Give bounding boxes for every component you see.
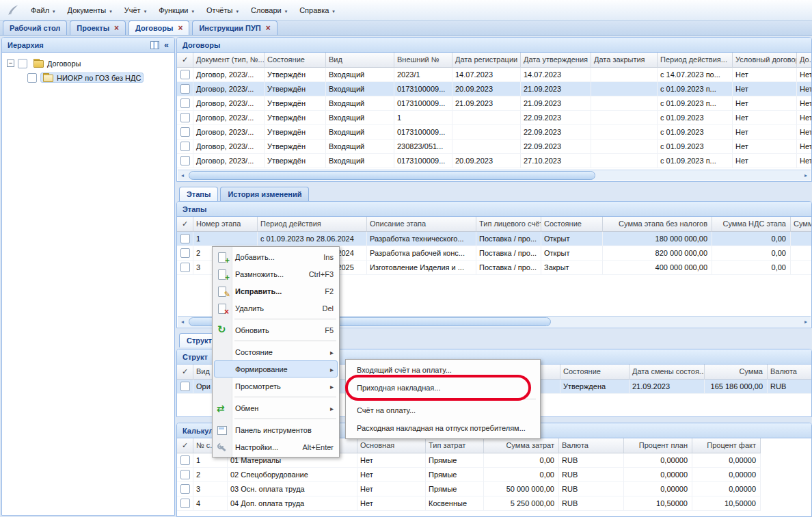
scroll-right-icon[interactable] [801, 170, 811, 181]
column-header[interactable]: Сумма эт... [791, 217, 811, 232]
expander-icon[interactable] [7, 59, 14, 67]
submenu-item[interactable]: Приходная накладная... [347, 379, 539, 397]
row-checkbox[interactable] [180, 382, 190, 391]
context-menu-item[interactable]: Исправить...F2 [214, 282, 338, 300]
column-header[interactable]: Условный договор [733, 53, 797, 68]
column-header[interactable]: Сумма затрат [484, 438, 559, 453]
row-checkbox[interactable] [180, 263, 190, 272]
row-checkbox[interactable] [180, 156, 190, 165]
horizontal-scrollbar[interactable] [178, 170, 811, 181]
table-row[interactable]: Договор, 2023/...УтверждёнВходящий122.09… [177, 111, 811, 125]
row-checkbox[interactable] [180, 499, 190, 508]
tab-projects[interactable]: Проекты [70, 21, 126, 35]
column-header[interactable]: Процент факт [692, 438, 761, 453]
column-header[interactable]: Валюта [768, 364, 811, 380]
column-header[interactable]: Внешний № [394, 53, 452, 68]
table-row[interactable]: Договор, 2023/...УтверждёнВходящий017310… [177, 82, 811, 96]
table-row[interactable]: 303 Осн. оплата трудаНетПрямые50 000 000… [177, 482, 811, 496]
column-header[interactable]: Основная [357, 438, 426, 453]
column-header[interactable]: Дата регистрации [452, 53, 521, 68]
column-header[interactable]: ✓ [177, 217, 193, 232]
context-menu-item[interactable]: Состояние [214, 343, 338, 360]
row-checkbox[interactable] [180, 234, 190, 243]
menubar-item[interactable]: Учёт [118, 4, 152, 16]
table-row[interactable]: 202 СпецоборудованиеНетПрямые0,00RUB0,00… [177, 468, 811, 482]
column-header[interactable]: Состояние [560, 364, 630, 380]
column-header[interactable]: Тип затрат [426, 438, 484, 453]
column-header[interactable]: Вид [326, 53, 394, 68]
tree-node-child[interactable]: НИОКР по ГОЗ без НДС [3, 70, 173, 85]
row-checkbox[interactable] [180, 248, 190, 258]
context-menu-item[interactable]: УдалитьDel [214, 300, 338, 317]
column-header[interactable]: Сумма этапа без налогов [603, 217, 712, 232]
context-menu-item[interactable]: Добавить...Ins [214, 248, 338, 265]
column-header[interactable]: Состояние [541, 217, 603, 232]
tree-node-root[interactable]: Договоры [3, 56, 173, 70]
context-menu-item[interactable]: Размножить...Ctrl+F3 [214, 265, 338, 282]
row-checkbox[interactable] [180, 113, 190, 122]
column-header[interactable]: Дата утверждения [521, 53, 591, 68]
menubar-item[interactable]: Отчёты [200, 4, 245, 16]
context-menu-item[interactable]: ОбновитьF5 [214, 321, 338, 339]
table-row[interactable]: Договор, 2023/...УтверждёнВходящий2023/1… [177, 68, 811, 82]
context-menu-item[interactable]: Формирование [214, 360, 338, 377]
scroll-left-icon[interactable] [178, 170, 187, 181]
tab-change-history[interactable]: История изменений [220, 187, 309, 201]
submenu-item[interactable]: Расходная накладная на отпуск потребител… [347, 419, 539, 437]
context-menu-item[interactable]: Обмен [214, 399, 338, 416]
column-header[interactable]: Сумма [705, 364, 768, 380]
row-checkbox[interactable] [180, 484, 190, 494]
context-menu-item[interactable]: Настройки...Alt+Enter [214, 438, 338, 455]
table-row[interactable]: Договор, 2023/...УтверждёнВходящий017310… [177, 96, 811, 111]
column-header[interactable]: Дата закрытия [591, 53, 658, 68]
menubar-item[interactable]: Файл [25, 4, 62, 16]
node-checkbox[interactable] [18, 59, 27, 68]
grid-view-icon[interactable] [150, 41, 159, 49]
column-header[interactable]: Дата смены состоя... [630, 364, 705, 380]
column-header[interactable]: Описание этапа [367, 217, 476, 232]
scrollbar-thumb[interactable] [189, 171, 595, 180]
row-checkbox[interactable] [180, 470, 190, 479]
close-icon[interactable] [178, 24, 182, 32]
table-row[interactable]: 404 Доп. оплата трудаНетКосвенные5 250 0… [177, 496, 811, 511]
column-header[interactable]: ✓ [177, 53, 193, 68]
table-row[interactable]: Договор, 2023/...УтверждёнВходящий017310… [177, 125, 811, 140]
menubar-item[interactable]: Справка [293, 4, 341, 16]
table-row[interactable]: Договор, 2023/...УтверждёнВходящий230823… [177, 140, 811, 154]
row-checkbox[interactable] [180, 70, 190, 79]
tab-pup-instructions[interactable]: Инструкции ПУП [192, 21, 277, 35]
submenu-item[interactable]: Входящий счёт на оплату... [347, 361, 539, 379]
tab-desktop[interactable]: Рабочий стол [3, 21, 67, 35]
row-checkbox[interactable] [180, 98, 190, 108]
column-header[interactable]: Период действия... [658, 53, 733, 68]
column-header[interactable]: Номер этапа [193, 217, 258, 232]
context-menu-item[interactable]: Просмотреть [214, 377, 338, 395]
row-checkbox[interactable] [180, 127, 190, 137]
column-header[interactable]: До... [797, 53, 811, 68]
node-checkbox[interactable] [27, 73, 37, 83]
column-header[interactable]: Документ (тип, №... [193, 53, 265, 68]
close-icon[interactable] [114, 24, 119, 32]
column-header[interactable]: Валюта [559, 438, 624, 453]
column-header[interactable]: Состояние [265, 53, 326, 68]
scroll-right-icon[interactable] [801, 317, 811, 327]
column-header[interactable]: Сумма НДС этапа [712, 217, 791, 232]
tab-stages[interactable]: Этапы [179, 187, 218, 201]
collapse-panel-icon[interactable] [164, 41, 169, 49]
row-checkbox[interactable] [180, 84, 190, 94]
row-checkbox[interactable] [180, 142, 190, 151]
menubar-item[interactable]: Документы [62, 4, 118, 16]
table-row[interactable]: 1с 01.09.2023 по 28.06.2024Разработка те… [177, 232, 811, 246]
context-menu-item[interactable]: Панель инструментов [214, 421, 338, 438]
column-header[interactable]: Тип лицевого счёт [476, 217, 541, 232]
submenu-item[interactable]: Счёт на оплату... [347, 401, 539, 419]
row-checkbox[interactable] [180, 455, 190, 465]
menubar-item[interactable]: Функции [152, 4, 200, 16]
scroll-left-icon[interactable] [178, 317, 187, 327]
column-header[interactable]: ✓ [177, 364, 193, 380]
column-header[interactable]: Процент план [624, 438, 692, 453]
tab-contracts[interactable]: Договоры [128, 21, 189, 35]
column-header[interactable]: Период действия [258, 217, 367, 232]
close-icon[interactable] [266, 24, 271, 32]
column-header[interactable]: ✓ [177, 438, 193, 453]
